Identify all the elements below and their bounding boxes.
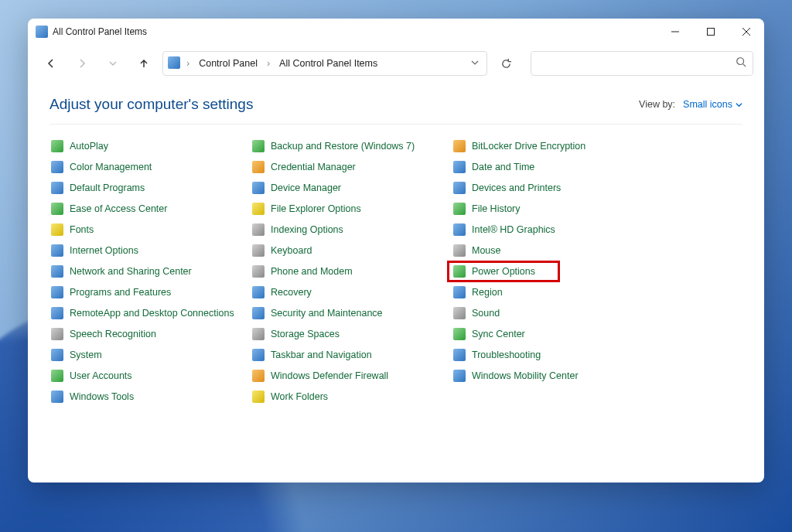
cp-item-label: RemoteApp and Desktop Connections — [70, 308, 234, 319]
maximize-button[interactable] — [693, 19, 729, 45]
storage-spaces-icon — [252, 328, 265, 340]
cp-item-remoteapp-and-desktop-connections[interactable]: RemoteApp and Desktop Connections — [50, 305, 251, 321]
cp-item-programs-and-features[interactable]: Programs and Features — [50, 285, 251, 300]
cp-item-devices-and-printers[interactable]: Devices and Printers — [452, 180, 653, 196]
cp-item-label: Storage Spaces — [271, 329, 340, 339]
cp-item-internet-options[interactable]: Internet Options — [50, 243, 251, 258]
date-and-time-icon — [453, 161, 466, 173]
sync-center-icon — [453, 328, 466, 340]
file-explorer-options-icon — [252, 203, 265, 215]
cp-item-security-and-maintenance[interactable]: Security and Maintenance — [251, 305, 452, 321]
cp-item-label: Credential Manager — [271, 162, 356, 172]
address-bar-icon — [168, 56, 180, 71]
minimize-button[interactable] — [657, 19, 693, 45]
cp-item-label: Power Options — [472, 266, 535, 277]
cp-item-sound[interactable]: Sound — [452, 305, 653, 321]
forward-button[interactable] — [70, 51, 94, 76]
cp-item-label: Intel® HD Graphics — [472, 224, 555, 235]
cp-item-label: Date and Time — [472, 162, 534, 172]
cp-item-color-management[interactable]: Color Management — [50, 159, 251, 175]
cp-item-windows-defender-firewall[interactable]: Windows Defender Firewall — [251, 368, 452, 384]
cp-item-recovery[interactable]: Recovery — [251, 285, 452, 300]
cp-item-device-manager[interactable]: Device Manager — [251, 180, 452, 196]
cp-item-power-options[interactable]: Power Options — [452, 264, 653, 279]
system-icon — [51, 349, 63, 361]
cp-item-intel-hd-graphics[interactable]: Intel® HD Graphics — [452, 222, 653, 237]
cp-item-label: Mouse — [472, 245, 501, 256]
cp-item-date-and-time[interactable]: Date and Time — [452, 159, 653, 175]
cp-item-system[interactable]: System — [50, 347, 251, 363]
cp-item-user-accounts[interactable]: User Accounts — [50, 368, 251, 384]
cp-item-label: Speech Recognition — [70, 329, 156, 339]
cp-item-label: Indexing Options — [271, 224, 343, 235]
programs-and-features-icon — [51, 286, 63, 298]
recovery-icon — [252, 286, 265, 298]
breadcrumb-current[interactable]: All Control Panel Items — [276, 56, 381, 70]
recent-locations-button[interactable] — [101, 51, 125, 76]
sound-icon — [453, 307, 466, 319]
chevron-right-icon: › — [265, 58, 271, 69]
back-button[interactable] — [39, 51, 63, 76]
cp-item-fonts[interactable]: Fonts — [50, 222, 251, 237]
breadcrumb-root[interactable]: Control Panel — [196, 56, 261, 70]
internet-options-icon — [51, 244, 63, 257]
speech-recognition-icon — [51, 328, 63, 340]
default-programs-icon — [51, 182, 63, 194]
cp-item-indexing-options[interactable]: Indexing Options — [251, 222, 452, 237]
windows-defender-firewall-icon — [252, 370, 265, 382]
search-box[interactable] — [531, 51, 753, 76]
window-controls — [657, 19, 764, 45]
cp-item-label: AutoPlay — [70, 141, 108, 152]
color-management-icon — [51, 161, 63, 173]
cp-item-label: Region — [472, 287, 503, 298]
cp-item-ease-of-access-center[interactable]: Ease of Access Center — [50, 201, 251, 217]
cp-item-bitlocker-drive-encryption[interactable]: BitLocker Drive Encryption — [452, 138, 653, 154]
cp-item-region[interactable]: Region — [452, 285, 653, 300]
cp-item-keyboard[interactable]: Keyboard — [251, 243, 452, 258]
address-bar[interactable]: › Control Panel › All Control Panel Item… — [162, 51, 487, 76]
content-header: Adjust your computer's settings View by:… — [50, 96, 742, 124]
close-button[interactable] — [729, 19, 764, 45]
cp-item-sync-center[interactable]: Sync Center — [452, 326, 653, 342]
cp-item-file-explorer-options[interactable]: File Explorer Options — [251, 201, 452, 217]
content-area: Adjust your computer's settings View by:… — [28, 82, 764, 483]
search-icon[interactable] — [736, 56, 746, 70]
address-bar-dropdown[interactable] — [468, 58, 482, 69]
devices-and-printers-icon — [453, 182, 466, 194]
cp-item-speech-recognition[interactable]: Speech Recognition — [50, 326, 251, 342]
cp-item-windows-mobility-center[interactable]: Windows Mobility Center — [452, 368, 653, 384]
cp-item-credential-manager[interactable]: Credential Manager — [251, 159, 452, 175]
refresh-button[interactable] — [493, 51, 518, 76]
cp-item-phone-and-modem[interactable]: Phone and Modem — [251, 264, 452, 279]
cp-item-label: Windows Defender Firewall — [271, 370, 388, 381]
cp-item-network-and-sharing-center[interactable]: Network and Sharing Center — [50, 264, 251, 279]
page-heading: Adjust your computer's settings — [50, 96, 253, 113]
cp-item-mouse[interactable]: Mouse — [452, 243, 653, 258]
cp-item-label: Phone and Modem — [271, 266, 353, 277]
device-manager-icon — [252, 182, 265, 194]
up-button[interactable] — [131, 51, 156, 76]
view-by-dropdown[interactable]: Small icons — [683, 99, 742, 110]
credential-manager-icon — [252, 161, 265, 173]
cp-item-default-programs[interactable]: Default Programs — [50, 180, 251, 196]
region-icon — [453, 286, 466, 298]
cp-item-label: File History — [472, 203, 521, 214]
cp-item-autoplay[interactable]: AutoPlay — [50, 138, 251, 154]
cp-item-label: Troubleshooting — [472, 350, 541, 360]
window-title: All Control Panel Items — [53, 26, 147, 37]
windows-mobility-center-icon — [453, 370, 466, 382]
search-input[interactable] — [538, 57, 736, 70]
cp-item-windows-tools[interactable]: Windows Tools — [50, 389, 251, 404]
cp-item-label: Internet Options — [70, 245, 138, 256]
cp-item-label: Work Folders — [271, 391, 328, 402]
cp-item-storage-spaces[interactable]: Storage Spaces — [251, 326, 452, 342]
cp-item-troubleshooting[interactable]: Troubleshooting — [452, 347, 653, 363]
cp-item-taskbar-and-navigation[interactable]: Taskbar and Navigation — [251, 347, 452, 363]
troubleshooting-icon — [453, 349, 466, 361]
cp-item-file-history[interactable]: File History — [452, 201, 653, 217]
cp-item-backup-and-restore-windows-7[interactable]: Backup and Restore (Windows 7) — [251, 138, 452, 154]
cp-item-work-folders[interactable]: Work Folders — [251, 389, 452, 404]
taskbar-and-navigation-icon — [252, 349, 265, 361]
cp-item-label: Color Management — [70, 162, 152, 172]
cp-item-label: Windows Mobility Center — [472, 370, 579, 381]
